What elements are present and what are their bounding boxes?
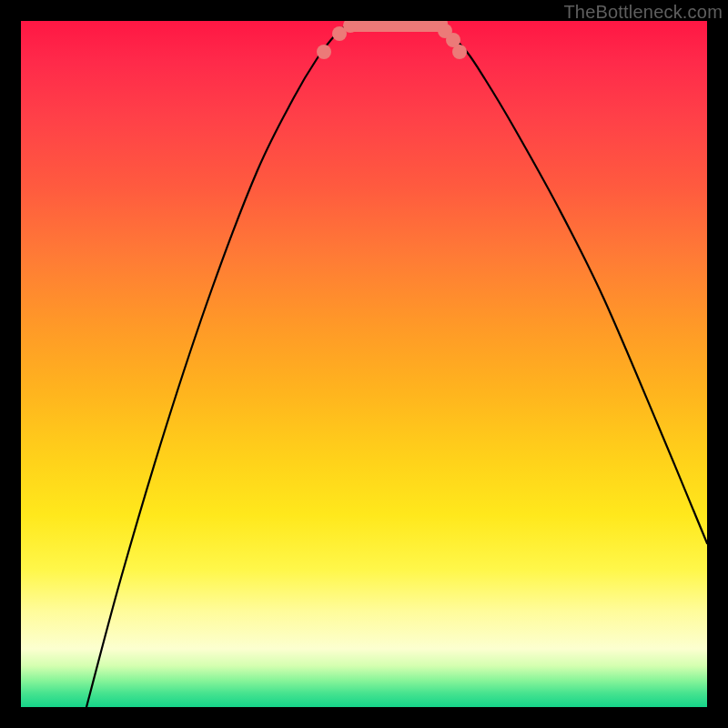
bottleneck-curve — [86, 23, 707, 707]
marker-dot — [452, 45, 467, 59]
plot-area — [21, 21, 707, 707]
marker-dot — [317, 45, 331, 59]
chart-svg — [21, 21, 707, 707]
chart-frame: TheBottleneck.com — [0, 0, 728, 728]
watermark-text: TheBottleneck.com — [563, 2, 723, 23]
